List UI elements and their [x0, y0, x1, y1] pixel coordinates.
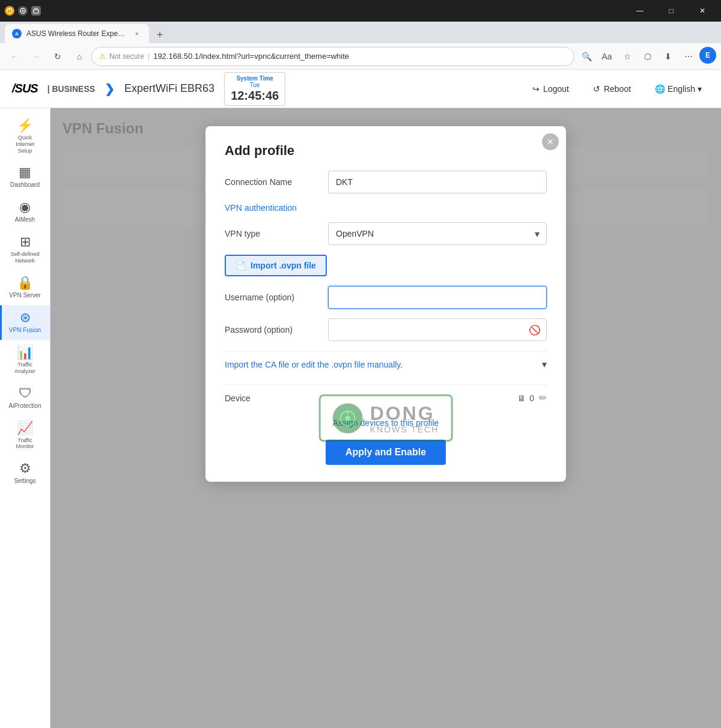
read-mode-icon[interactable]: Aa — [597, 47, 616, 66]
sidebar-item-dashboard[interactable]: ▦ Dashboard — [0, 160, 50, 195]
sidebar-item-label: Settings — [14, 478, 35, 485]
reboot-button[interactable]: ↺ Reboot — [586, 80, 638, 97]
sidebar-item-label: AiProtection — [9, 402, 41, 410]
forward-button[interactable]: → — [26, 47, 46, 66]
browser-icon-3[interactable] — [31, 6, 41, 16]
url-display: 192.168.50.1/index.html?url=vpnc&current… — [153, 52, 349, 61]
language-selector[interactable]: 🌐 English ▾ — [648, 80, 709, 97]
active-indicator — [0, 305, 2, 340]
app-container: /SUS | BUSINESS ❯ ExpertWiFi EBR63 Syste… — [0, 70, 721, 728]
sidebar-item-aimesh[interactable]: ◉ AiMesh — [0, 195, 50, 229]
sidebar-item-quick-internet-setup[interactable]: ⚡ QuickInternetSetup — [0, 113, 50, 160]
vpn-auth-link[interactable]: VPN authentication — [225, 203, 547, 213]
file-icon: 📄 — [236, 261, 246, 270]
sidebar: ⚡ QuickInternetSetup ▦ Dashboard ◉ AiMes… — [0, 108, 50, 728]
tab-bar: A ASUS Wireless Router ExpertWiFi... × + — [0, 22, 721, 43]
browser-icon-2[interactable] — [18, 6, 28, 16]
favorites-icon[interactable]: ☆ — [618, 47, 637, 66]
sidebar-item-traffic-analyzer[interactable]: 📊 TrafficAnalyzer — [0, 340, 50, 381]
device-count: 🖥 0 — [517, 393, 534, 403]
password-input[interactable] — [328, 318, 547, 341]
import-btn-label: Import .ovpn file — [251, 261, 316, 270]
device-count-value: 0 — [529, 393, 534, 403]
minimize-button[interactable]: — — [626, 0, 654, 22]
system-time-value: 12:45:46 — [231, 88, 279, 103]
settings-dots-icon[interactable]: ⋯ — [679, 47, 698, 66]
import-ovpn-button[interactable]: 📄 Import .ovpn file — [225, 255, 327, 276]
sidebar-item-label: QuickInternetSetup — [16, 135, 34, 154]
search-icon[interactable]: 🔍 — [577, 47, 596, 66]
sidebar-item-vpn-server[interactable]: 🔒 VPN Server — [0, 270, 50, 305]
add-profile-modal: ✕ Add profile Connection Name VPN authen… — [205, 126, 566, 482]
back-button[interactable]: ← — [5, 47, 24, 66]
refresh-button[interactable]: ↻ — [48, 47, 67, 66]
modal-close-button[interactable]: ✕ — [542, 133, 559, 150]
vpn-type-label: VPN type — [225, 229, 321, 238]
extension-icon[interactable]: ⬡ — [638, 47, 657, 66]
address-bar: ← → ↻ ⌂ ⚠ Not secure | 192.168.50.1/inde… — [0, 43, 721, 70]
vpn-fusion-icon: ⊛ — [20, 311, 31, 324]
logout-button[interactable]: ↪ Logout — [525, 80, 576, 97]
downloads-icon[interactable]: ⬇ — [659, 47, 678, 66]
security-warning-text: Not secure — [109, 52, 144, 61]
vpn-type-row: VPN type OpenVPN PPTP L2TP ▾ — [225, 222, 547, 245]
sidebar-item-vpn-fusion[interactable]: ⊛ VPN Fusion — [0, 305, 50, 340]
system-time-box: System Time Tue 12:45:46 — [224, 72, 285, 106]
vpn-type-select[interactable]: OpenVPN PPTP L2TP — [328, 222, 547, 245]
password-label: Password (option) — [225, 325, 321, 335]
browser-icon-1 — [5, 6, 14, 16]
svg-rect-4 — [34, 10, 38, 13]
asus-logo: /SUS — [12, 82, 38, 96]
sidebar-item-label: TrafficMonitor — [16, 437, 34, 450]
quick-internet-setup-icon: ⚡ — [17, 119, 33, 132]
sidebar-item-label: TrafficAnalyzer — [14, 362, 35, 375]
assign-devices-link[interactable]: Assign devices to this profile — [225, 418, 547, 428]
separator: | — [148, 52, 150, 61]
sidebar-item-label: Self-definedNetwork — [10, 251, 39, 264]
device-label: Device — [225, 393, 321, 403]
apply-enable-button[interactable]: Apply and Enable — [326, 440, 446, 465]
connection-name-label: Connection Name — [225, 177, 321, 187]
tab-title: ASUS Wireless Router ExpertWiFi... — [26, 29, 127, 38]
password-wrapper: 🚫 — [328, 318, 547, 341]
logout-icon: ↪ — [532, 84, 540, 94]
router-name: ExpertWiFi EBR63 — [124, 82, 214, 95]
username-row: Username (option) — [225, 286, 547, 309]
username-input[interactable] — [328, 286, 547, 309]
globe-icon: 🌐 — [655, 84, 665, 94]
tab-close-button[interactable]: × — [132, 29, 142, 38]
self-defined-network-icon: ⊞ — [20, 235, 31, 249]
device-row: Device 🖥 0 ✏ — [225, 384, 547, 411]
sidebar-item-self-defined-network[interactable]: ⊞ Self-definedNetwork — [0, 229, 50, 270]
sidebar-item-traffic-monitor[interactable]: 📈 TrafficMonitor — [0, 416, 50, 457]
ca-file-label: Import the CA file or edit the .ovpn fil… — [225, 360, 542, 369]
vpn-server-icon: 🔒 — [17, 276, 33, 290]
close-button[interactable]: ✕ — [689, 0, 716, 22]
maximize-button[interactable]: □ — [657, 0, 685, 22]
home-button[interactable]: ⌂ — [70, 47, 89, 66]
title-bar: — □ ✕ — [0, 0, 721, 22]
device-edit-icon[interactable]: ✏ — [539, 392, 547, 404]
title-bar-controls: — □ ✕ — [626, 0, 716, 22]
modal-title: Add profile — [225, 143, 547, 159]
close-icon: ✕ — [547, 137, 554, 147]
profile-avatar[interactable]: E — [699, 47, 716, 64]
system-time-label: System Time — [236, 75, 273, 82]
browser-tab[interactable]: A ASUS Wireless Router ExpertWiFi... × — [5, 24, 149, 43]
modal-overlay: ✕ Add profile Connection Name VPN authen… — [50, 108, 721, 728]
sidebar-item-aiprotection[interactable]: 🛡 AiProtection — [0, 381, 50, 416]
username-label: Username (option) — [225, 293, 321, 302]
ca-expand-icon: ▾ — [542, 359, 547, 370]
svg-point-3 — [22, 10, 24, 12]
sidebar-item-label: VPN Fusion — [9, 327, 41, 334]
ca-file-row[interactable]: Import the CA file or edit the .ovpn fil… — [225, 351, 547, 377]
eye-toggle-icon[interactable]: 🚫 — [529, 324, 541, 336]
lang-chevron-icon: ▾ — [698, 84, 702, 94]
address-input-bar[interactable]: ⚠ Not secure | 192.168.50.1/index.html?u… — [91, 47, 574, 66]
aimesh-icon: ◉ — [19, 201, 31, 214]
connection-name-input[interactable] — [328, 171, 547, 193]
sidebar-item-settings[interactable]: ⚙ Settings — [0, 456, 50, 491]
new-tab-button[interactable]: + — [151, 26, 168, 43]
sidebar-item-label: Dashboard — [10, 181, 40, 189]
app-body: ⚡ QuickInternetSetup ▦ Dashboard ◉ AiMes… — [0, 108, 721, 728]
